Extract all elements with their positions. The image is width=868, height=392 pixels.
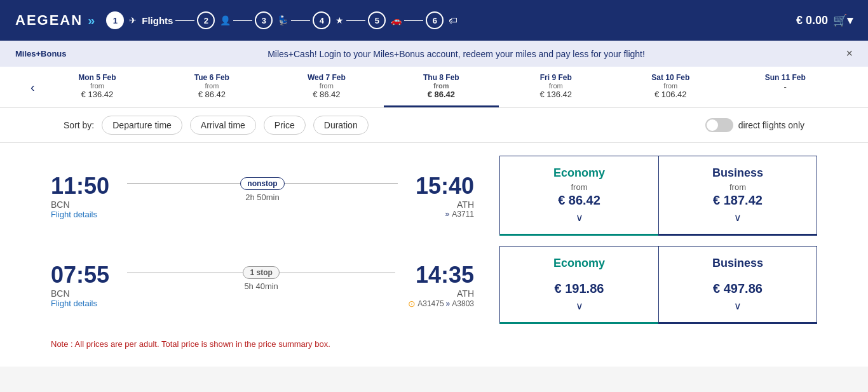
flight-1-time-row: 11:50 BCN Flight details nonstop 2h 50mi…: [51, 173, 474, 219]
date-items: Mon 5 Feb from € 136.42 Tue 6 Feb from €…: [40, 67, 843, 107]
date-item-4[interactable]: Fri 9 Feb from € 136.42: [499, 67, 613, 107]
sort-right: direct flights only: [705, 118, 804, 132]
flight-2-num: ⊙ A31475 » A3803: [408, 299, 474, 309]
flight-2-arrow-icon: »: [446, 299, 451, 308]
date-item-0[interactable]: Mon 5 Feb from € 136.42: [40, 67, 154, 107]
cart-total[interactable]: € 0.00 🛒▾: [796, 13, 853, 27]
flight-2-time-row: 07:55 BCN Flight details 1 stop 5h 40min…: [51, 262, 474, 309]
sort-duration-button[interactable]: Duration: [313, 116, 369, 135]
flight-1-prices: Economy from € 86.42 ∨ Business from € 1…: [499, 156, 817, 236]
flight-2-arr-block: 14:35 ATH ⊙ A31475 » A3803: [408, 262, 474, 309]
payment-icon: 🏷: [449, 15, 458, 25]
car-icon: 🚗: [391, 15, 402, 25]
route-line-right: [285, 183, 398, 184]
step-6-circle[interactable]: 6: [426, 11, 444, 29]
cart-icon: 🛒▾: [833, 13, 853, 27]
steps-nav: 1 ✈ Flights 2 👤 3 💺 4 ★: [106, 11, 458, 29]
flight-2-prices: Economy € 191.86 ∨ Business € 497.86 ∨: [499, 246, 817, 324]
chevron-down-icon-4: ∨: [734, 300, 742, 312]
step-line-3: [291, 20, 310, 21]
flight-1-badge: nonstop: [240, 177, 284, 190]
flight-2-economy-label: Economy: [553, 257, 605, 270]
flight-1-economy-price: € 86.42: [558, 193, 600, 208]
date-selector: ‹ Mon 5 Feb from € 136.42 Tue 6 Feb from…: [0, 67, 868, 108]
flight-1-business-price: € 187.42: [713, 193, 763, 208]
header-left: AEGEAN » 1 ✈ Flights 2 👤 3 💺: [15, 11, 458, 29]
flight-1-economy-box[interactable]: Economy from € 86.42 ∨: [499, 156, 658, 236]
date-item-2[interactable]: Wed 7 Feb from € 86.42: [269, 67, 384, 107]
toggle-knob: [707, 119, 718, 131]
date-prev-button[interactable]: ‹: [25, 67, 40, 107]
chevron-down-icon-1: ∨: [576, 212, 583, 224]
flight-2-details-link[interactable]: Flight details: [51, 299, 114, 308]
route-line-left: [127, 183, 240, 184]
date-item-5[interactable]: Sat 10 Feb from € 106.42: [613, 67, 728, 107]
step-6[interactable]: 6 🏷: [426, 11, 458, 29]
flight-2-arr-airport: ATH: [457, 288, 474, 299]
step-4[interactable]: 4 ★: [313, 11, 344, 29]
note-text: Note : All prices are per adult. Total p…: [51, 339, 330, 349]
logo-chevrons-icon: »: [88, 13, 96, 28]
sort-arrival-button[interactable]: Arrival time: [190, 116, 256, 135]
step-3-circle[interactable]: 3: [255, 11, 273, 29]
extras-icon: ★: [336, 15, 344, 25]
flight-1-dep-block: 11:50 BCN Flight details: [51, 173, 114, 219]
step-2-circle[interactable]: 2: [197, 11, 215, 29]
date-item-6[interactable]: Sun 11 Feb -: [728, 67, 842, 107]
banner-message: Miles+Cash! Login to your Miles+Bonus ac…: [67, 49, 846, 59]
flight-2-arr-time: 14:35: [410, 262, 474, 288]
step-2[interactable]: 2 👤: [197, 11, 231, 29]
flight-1-num: » A3711: [445, 210, 474, 219]
flight-icon: ✈: [129, 15, 137, 25]
flight-2-business-label: Business: [712, 257, 763, 270]
date-item-3[interactable]: Thu 8 Feb from € 86.42: [384, 67, 498, 107]
sort-price-button[interactable]: Price: [264, 116, 306, 135]
chevron-down-icon-3: ∨: [576, 300, 583, 312]
route-line-left-2: [127, 273, 243, 273]
flight-1-route: nonstop 2h 50min: [114, 177, 410, 202]
flight-2-route: 1 stop 5h 40min: [114, 266, 408, 291]
flight-2-dep-time: 07:55: [51, 262, 114, 288]
sort-departure-button[interactable]: Departure time: [102, 116, 182, 135]
flight-1-chevrons-icon: »: [445, 210, 450, 219]
flight-1-arr-airport: ATH: [457, 199, 474, 210]
date-item-1[interactable]: Tue 6 Feb from € 86.42: [154, 67, 269, 107]
flight-row-1: 11:50 BCN Flight details nonstop 2h 50mi…: [51, 156, 817, 236]
flight-1-details-link[interactable]: Flight details: [51, 210, 114, 219]
step-line-2: [233, 20, 252, 21]
step-1-circle[interactable]: 1: [106, 11, 124, 29]
flight-1-dep-time: 11:50: [51, 173, 114, 199]
direct-flights-toggle[interactable]: [705, 118, 733, 132]
cart-amount: € 0.00: [796, 14, 828, 27]
flight-2-badge: 1 stop: [243, 266, 279, 279]
step-5[interactable]: 5 🚗: [368, 11, 402, 29]
step-line-1: [175, 20, 194, 21]
flight-1-business-box[interactable]: Business from € 187.42 ∨: [658, 156, 817, 236]
logo: AEGEAN »: [15, 12, 96, 29]
step-line-4: [346, 20, 365, 21]
step-line-5: [404, 20, 423, 21]
flight-1-economy-label: Economy: [553, 166, 605, 180]
flight-1-arr-time: 15:40: [410, 173, 474, 199]
flights-list: 11:50 BCN Flight details nonstop 2h 50mi…: [0, 143, 868, 367]
sort-bar: Sort by: Departure time Arrival time Pri…: [0, 108, 868, 143]
price-note: Note : All prices are per adult. Total p…: [51, 334, 817, 354]
flight-2-economy-box[interactable]: Economy € 191.86 ∨: [499, 246, 658, 324]
flight-1-dep-airport: BCN: [51, 199, 114, 210]
step-3[interactable]: 3 💺: [255, 11, 288, 29]
flight-2-duration: 5h 40min: [244, 281, 278, 291]
flight-1-info: 11:50 BCN Flight details nonstop 2h 50mi…: [51, 156, 474, 236]
flight-2-business-box[interactable]: Business € 497.86 ∨: [658, 246, 817, 324]
step-4-circle[interactable]: 4: [313, 11, 330, 29]
step-5-circle[interactable]: 5: [368, 11, 386, 29]
seat-icon: 💺: [278, 15, 288, 25]
close-banner-button[interactable]: ×: [846, 47, 853, 60]
flight-1-duration: 2h 50min: [245, 193, 279, 202]
direct-flights-label: direct flights only: [738, 120, 804, 130]
flight-1-route-bar: nonstop: [127, 177, 398, 190]
flight-2-economy-price: € 191.86: [555, 281, 604, 296]
route-line-right-2: [280, 273, 395, 273]
miles-bonus-label: Miles+Bonus: [15, 49, 67, 58]
flight-row-2: 07:55 BCN Flight details 1 stop 5h 40min…: [51, 246, 817, 324]
chevron-down-icon-2: ∨: [734, 212, 742, 224]
